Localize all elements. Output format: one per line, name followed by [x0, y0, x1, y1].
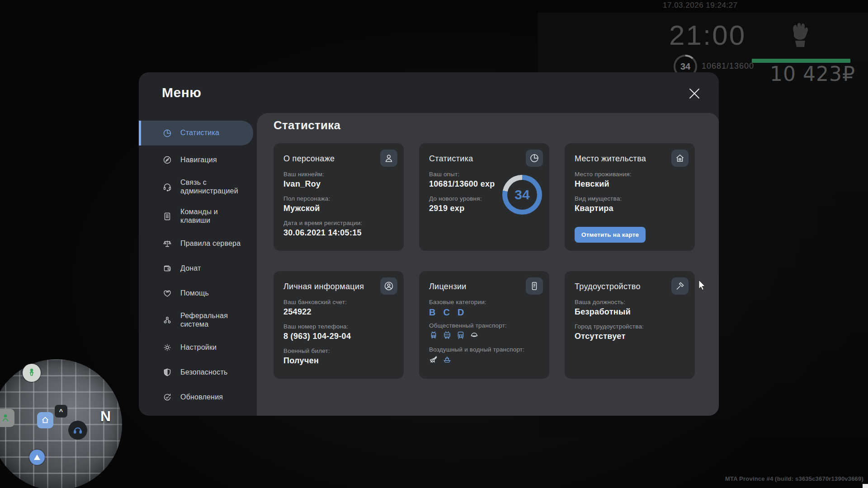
- person-circle-icon: [380, 277, 397, 295]
- cap-icon: [470, 331, 479, 342]
- menu-title: Меню: [162, 85, 201, 100]
- gear-icon: [162, 343, 172, 353]
- info-row: Ваш банковский счет: 254922: [283, 299, 394, 317]
- document-lines-icon: [162, 211, 172, 222]
- mark-on-map-button[interactable]: Отметить на карте: [575, 227, 646, 243]
- sidebar-item-label: Донат: [180, 264, 244, 273]
- stats-cards-grid: О персонаже Ваш никнейм: Ivan_Roy Пол пе…: [274, 143, 695, 379]
- close-icon: [689, 88, 700, 99]
- card-licenses: Лицензии Базовые категории: B C D Общест…: [419, 271, 549, 379]
- sidebar-item-commands-keys[interactable]: Команды и клавиши: [139, 204, 257, 229]
- info-row: Военный билет: Получен: [283, 347, 394, 366]
- minimap-player-marker-icon: [23, 364, 41, 382]
- close-button[interactable]: [687, 86, 702, 101]
- menu-content: Статистика О персонаже Ваш никнейм: Ivan…: [257, 113, 719, 416]
- card-residence: Место жительства Место проживания: Невск…: [565, 143, 695, 251]
- house-icon: [671, 150, 689, 167]
- info-row: Город трудоустройства: Отсутствует: [575, 323, 685, 341]
- row-value: 30.06.2021 14:05:15: [283, 228, 394, 238]
- public-transport-licenses: [429, 331, 539, 342]
- minimap-player-arrow-icon: [29, 450, 45, 465]
- row-value: 2919 exp: [429, 204, 497, 213]
- headset-icon: [162, 182, 172, 192]
- card-title: О персонаже: [283, 154, 394, 164]
- row-label: До нового уровня:: [429, 195, 497, 202]
- sidebar-item-label: Статистика: [180, 129, 244, 137]
- plane-crossed-icon: [429, 355, 438, 366]
- row-value: Мужской: [283, 204, 394, 213]
- sidebar-item-admin-contact[interactable]: Связь с администрацией: [139, 174, 257, 200]
- row-label: Ваш номер телефона:: [283, 323, 394, 330]
- minimap-north-label: N: [100, 408, 111, 425]
- row-value: Безработный: [575, 307, 685, 317]
- sidebar-item-donate[interactable]: Донат: [139, 258, 257, 279]
- row-label: Военный билет:: [283, 347, 394, 354]
- info-row: Ваш никнейм: Ivan_Roy: [283, 171, 394, 189]
- info-row: Место проживания: Невский: [575, 171, 685, 189]
- content-heading: Статистика: [274, 118, 340, 132]
- category-letter: B: [429, 307, 435, 318]
- card-employment: Трудоустройство Ваша должность: Безработ…: [565, 271, 695, 379]
- sidebar-item-label: Команды и клавиши: [180, 208, 244, 225]
- sidebar-item-help[interactable]: Помощь: [139, 283, 257, 304]
- wallet-icon: [162, 263, 172, 274]
- sidebar-item-referral-system[interactable]: Реферальная система: [139, 308, 257, 333]
- info-row: Вид имущества: Квартира: [575, 195, 685, 213]
- info-row: До нового уровня: 2919 exp: [429, 195, 497, 213]
- person-icon: [380, 150, 397, 167]
- hud-clock: 21:00: [669, 19, 746, 51]
- card-about-character: О персонаже Ваш никнейм: Ivan_Roy Пол пе…: [274, 143, 404, 251]
- card-title: Статистика: [429, 154, 539, 164]
- row-value: 254922: [283, 307, 394, 317]
- sidebar-item-settings[interactable]: Настройки: [139, 337, 257, 358]
- row-value: Отсутствует: [575, 332, 685, 341]
- sidebar-item-navigation[interactable]: Навигация: [139, 150, 257, 170]
- sidebar-item-security[interactable]: Безопасность: [139, 362, 257, 383]
- heart-hands-icon: [162, 288, 172, 299]
- hud-datetime: 17.03.2026 19:24:27: [663, 1, 737, 10]
- card-personal-info: Личная информация Ваш банковский счет: 2…: [274, 271, 404, 379]
- row-value: 8 (963) 104-29-04: [283, 332, 394, 341]
- card-title: Личная информация: [283, 282, 394, 291]
- sidebar-item-label: Помощь: [180, 289, 244, 298]
- row-label: Ваша должность:: [575, 299, 685, 305]
- hud-money: 10 423₽: [728, 62, 855, 85]
- row-value: Квартира: [575, 204, 685, 213]
- pickaxe-icon: [671, 277, 689, 295]
- tram-icon: [429, 331, 438, 342]
- shield-icon: [162, 367, 172, 378]
- pie-chart-icon: [162, 128, 172, 138]
- info-row: Дата и время регистрации: 30.06.2021 14:…: [283, 220, 394, 238]
- card-title: Лицензии: [429, 282, 539, 291]
- row-label: Ваш банковский счет:: [283, 299, 394, 305]
- row-label: Вид имущества:: [575, 195, 685, 202]
- pie-chart-icon: [526, 150, 543, 167]
- air-water-licenses: [429, 355, 539, 366]
- row-label: Город трудоустройства:: [575, 323, 685, 330]
- sidebar-item-label: Навигация: [180, 156, 244, 164]
- game-screen: 17.03.2026 19:24:27 21:00 34 10681/13600…: [0, 0, 868, 488]
- card-title: Трудоустройство: [575, 282, 685, 291]
- sidebar-item-label: Безопасность: [180, 368, 244, 377]
- row-value: Ivan_Roy: [283, 179, 394, 189]
- minimap-arrow-marker-icon: ^: [55, 405, 67, 418]
- sidebar-item-statistics[interactable]: Статистика: [139, 121, 253, 145]
- trolleybus-icon: [443, 331, 452, 342]
- ferry-icon: [443, 355, 452, 366]
- sidebar-item-updates[interactable]: Обновления: [139, 387, 257, 408]
- category-letter: D: [458, 307, 464, 318]
- minimap-home-marker-icon: [37, 412, 53, 428]
- license-card-icon: [526, 277, 543, 295]
- raised-fist-icon: [789, 21, 810, 49]
- info-row: Пол персонажа: Мужской: [283, 195, 394, 213]
- train-icon: [456, 331, 465, 342]
- compass-icon: [162, 155, 172, 165]
- sidebar-item-label: Настройки: [180, 343, 244, 352]
- row-label: Воздушный и водный транспорт:: [429, 346, 539, 353]
- card-title: Место жительства: [575, 154, 685, 164]
- row-label: Общественный транспорт:: [429, 322, 539, 329]
- row-label: Базовые категории:: [429, 299, 539, 305]
- sidebar-item-server-rules[interactable]: Правила сервера: [139, 233, 257, 254]
- info-row: Ваша должность: Безработный: [575, 299, 685, 317]
- row-label: Место проживания:: [575, 171, 685, 178]
